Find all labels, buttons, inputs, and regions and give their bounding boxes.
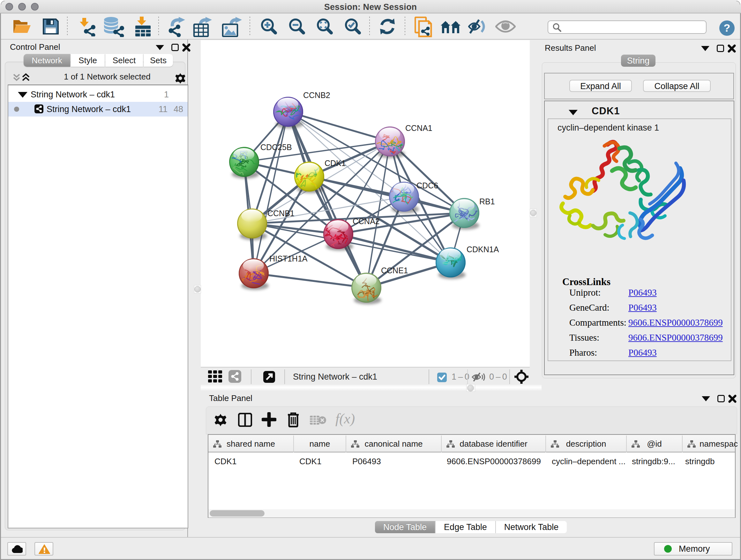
svg-text:CCNA2: CCNA2 <box>353 217 380 226</box>
svg-text:HIST1H1A: HIST1H1A <box>269 254 308 263</box>
svg-text:CCNB1: CCNB1 <box>267 209 294 218</box>
svg-text:?: ? <box>724 22 731 34</box>
svg-text:CCNE1: CCNE1 <box>381 266 408 275</box>
svg-text:CDKN1A: CDKN1A <box>467 245 499 254</box>
svg-text:CDC25B: CDC25B <box>260 143 292 152</box>
svg-text:CDK1: CDK1 <box>325 159 346 168</box>
svg-text:CCNA1: CCNA1 <box>405 124 432 132</box>
svg-text:CCNB2: CCNB2 <box>303 91 330 100</box>
svg-text:RB1: RB1 <box>479 197 495 206</box>
svg-text:CDC6: CDC6 <box>416 181 438 190</box>
